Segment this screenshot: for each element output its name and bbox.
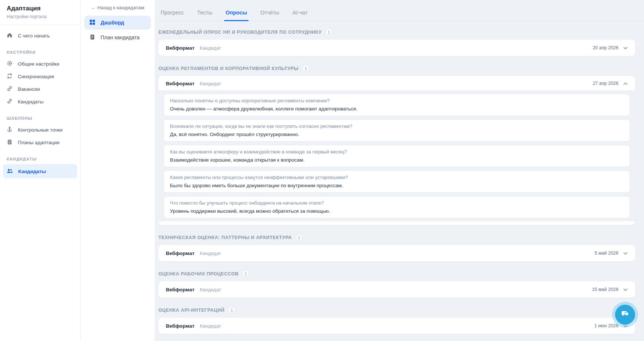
qa-item: Как вы оцениваете атмосферу и взаимодейс… [164, 145, 630, 167]
sync-icon [7, 73, 13, 80]
sidebar-item-candidates-link[interactable]: Кандидаты [0, 95, 80, 108]
sidebar-nav: С чего начать НАСТРОЙКИ Общие настройки … [0, 25, 80, 178]
tab-reports[interactable]: Отчёты [260, 10, 279, 21]
sidebar-item-label: Общие настройки [18, 61, 59, 67]
sidebar-item-label: Кандидаты [18, 99, 43, 105]
question-text: Какие регламенты или процессы кажутся не… [170, 175, 624, 180]
nav-item-label: Дашборд [101, 20, 124, 26]
sidebar-item-candidates[interactable]: Кандидаты [3, 164, 77, 178]
survey-role-label: Кандидат [200, 251, 221, 256]
back-link-label: Назад к кандидатам [97, 5, 144, 10]
survey-role-label: Кандидат [200, 287, 221, 292]
tab-bar: Прогресс Тесты Опросы Отчёты AI-чат [155, 0, 644, 21]
people-icon [7, 168, 13, 175]
qa-item: Возникали ли ситуации, когда вы не знали… [164, 119, 630, 142]
section-title: ОЦЕНКА РАБОЧИХ ПРОЦЕССОВ [158, 271, 239, 277]
chat-fab-button[interactable] [615, 305, 635, 325]
dashboard-grid-icon [89, 19, 95, 26]
section-title: ОЦЕНКА РЕГЛАМЕНТОВ И КОРПОРАТИВНОЙ КУЛЬТ… [158, 66, 299, 71]
gear-icon [7, 60, 13, 67]
count-badge: 1 [228, 307, 235, 314]
survey-date: 20 апр 2026 [593, 45, 618, 50]
sidebar-item-label: С чего начать [18, 33, 50, 39]
sidebar-item-label: Контрольные точки [18, 127, 63, 133]
survey-section: ЕЖЕНЕДЕЛЬНЫЙ ОПРОС HR И РУКОВОДИТЕЛЯ ПО … [158, 29, 635, 56]
candidate-nav: Дашборд План кандидата [80, 16, 155, 44]
sidebar-item-sync[interactable]: Синхронизация [0, 70, 80, 83]
portal-title: Адаптация [7, 5, 73, 12]
document-icon [89, 34, 95, 41]
card-labels: Вебформат Кандидат [166, 44, 221, 51]
question-text: Возникали ли ситуации, когда вы не знали… [170, 123, 624, 129]
count-badge: 1 [302, 65, 309, 72]
survey-date: 27 апр 2026 [593, 81, 618, 86]
question-text: Что помогло бы улучшить процесс онбордин… [170, 200, 624, 206]
section-title: ОЦЕНКА API-ИНТЕГРАЦИЙ [158, 308, 224, 313]
question-text: Насколько понятны и доступны корпоративн… [170, 98, 624, 103]
anchor-icon [7, 126, 13, 133]
nav-item-dashboard[interactable]: Дашборд [84, 16, 151, 30]
card-labels: Вебформат Кандидат [166, 286, 221, 293]
survey-card[interactable]: Вебформат Кандидат 5 май 2026 [158, 245, 635, 261]
sidebar-item-adaptation-plans[interactable]: Планы адаптации [0, 136, 80, 149]
answer-text: Взаимодействие хорошее, команда открытая… [170, 157, 624, 163]
survey-card[interactable]: Вебформат Кандидат 1 июн 2026 [158, 318, 635, 334]
chevron-up-icon[interactable] [623, 80, 628, 87]
survey-card[interactable]: Вебформат Кандидат 15 май 2026 [158, 281, 635, 298]
nav-item-label: План кандидата [101, 34, 139, 40]
link-icon [7, 86, 13, 93]
answer-text: Было бы здорово иметь больше документаци… [170, 183, 624, 188]
primary-sidebar: Адаптация Настройки портала С чего начат… [0, 0, 80, 341]
section-header: ЕЖЕНЕДЕЛЬНЫЙ ОПРОС HR И РУКОВОДИТЕЛЯ ПО … [158, 29, 635, 36]
sidebar-header: Адаптация Настройки портала [0, 0, 80, 25]
sidebar-item-label: Синхронизация [18, 74, 54, 79]
survey-format-label: Вебформат [166, 81, 194, 86]
card-labels: Вебформат Кандидат [166, 80, 221, 87]
survey-format-label: Вебформат [166, 323, 194, 329]
tab-progress[interactable]: Прогресс [161, 10, 184, 21]
chevron-down-icon[interactable] [623, 44, 628, 51]
sidebar-item-label: Кандидаты [18, 169, 46, 174]
section-header: ОЦЕНКА РЕГЛАМЕНТОВ И КОРПОРАТИВНОЙ КУЛЬТ… [158, 65, 635, 72]
back-arrow-icon: ← [91, 5, 96, 10]
nav-item-candidate-plan[interactable]: План кандидата [84, 30, 151, 44]
chat-bubbles-icon [621, 309, 630, 320]
survey-format-label: Вебформат [166, 287, 194, 292]
chevron-down-icon[interactable] [623, 286, 628, 293]
sidebar-item-start[interactable]: С чего начать [0, 29, 80, 42]
card-labels: Вебформат Кандидат [166, 322, 221, 329]
survey-format-label: Вебформат [166, 251, 194, 256]
sidebar-group-settings: НАСТРОЙКИ [7, 50, 73, 54]
tab-tests[interactable]: Тесты [197, 10, 212, 21]
app-window: Адаптация Настройки портала С чего начат… [0, 0, 644, 341]
survey-card-expanded: Вебформат Кандидат 27 апр 2026 Насколько… [158, 76, 635, 225]
main-content: Прогресс Тесты Опросы Отчёты AI-чат ЕЖЕН… [155, 0, 644, 341]
surveys-list: ЕЖЕНЕДЕЛЬНЫЙ ОПРОС HR И РУКОВОДИТЕЛЯ ПО … [155, 21, 644, 341]
section-header: ТЕХНИЧЕСКАЯ ОЦЕНКА: ПАТТЕРНЫ И АРХИТЕКТУ… [158, 234, 635, 241]
card-labels: Вебформат Кандидат [166, 250, 221, 256]
survey-section: ОЦЕНКА РЕГЛАМЕНТОВ И КОРПОРАТИВНОЙ КУЛЬТ… [158, 65, 635, 225]
question-text: Как вы оцениваете атмосферу и взаимодейс… [170, 149, 624, 155]
sidebar-item-label: Планы адаптации [18, 140, 60, 145]
survey-card-header[interactable]: Вебформат Кандидат 27 апр 2026 [158, 76, 635, 91]
sidebar-item-vacancies[interactable]: Вакансии [0, 83, 80, 95]
home-icon [7, 32, 13, 39]
count-badge: 1 [325, 29, 332, 36]
sidebar-item-general-settings[interactable]: Общие настройки [0, 57, 80, 70]
survey-section: ТЕХНИЧЕСКАЯ ОЦЕНКА: ПАТТЕРНЫ И АРХИТЕКТУ… [158, 234, 635, 261]
portal-subtitle: Настройки портала [7, 14, 73, 19]
section-header: ОЦЕНКА РАБОЧИХ ПРОЦЕССОВ 1 [158, 270, 635, 277]
tab-surveys[interactable]: Опросы [226, 10, 247, 21]
survey-card[interactable]: Вебформат Кандидат 20 апр 2026 [158, 40, 635, 56]
sidebar-item-checkpoints[interactable]: Контрольные точки [0, 123, 80, 136]
answer-text: Да, всё понятно. Онбординг прошёл структ… [170, 132, 624, 137]
tab-ai-chat[interactable]: AI-чат [293, 10, 308, 21]
chevron-down-icon[interactable] [623, 250, 628, 256]
back-to-candidates-link[interactable]: ← Назад к кандидатам [80, 5, 155, 10]
qa-item: Какие регламенты или процессы кажутся не… [164, 170, 630, 193]
sidebar-item-label: Вакансии [18, 86, 40, 92]
section-title: ТЕХНИЧЕСКАЯ ОЦЕНКА: ПАТТЕРНЫ И АРХИТЕКТУ… [158, 235, 292, 240]
qa-item: Что помогло бы улучшить процесс онбордин… [164, 196, 630, 218]
survey-format-label: Вебформат [166, 45, 194, 51]
clipboard-icon [7, 139, 13, 146]
